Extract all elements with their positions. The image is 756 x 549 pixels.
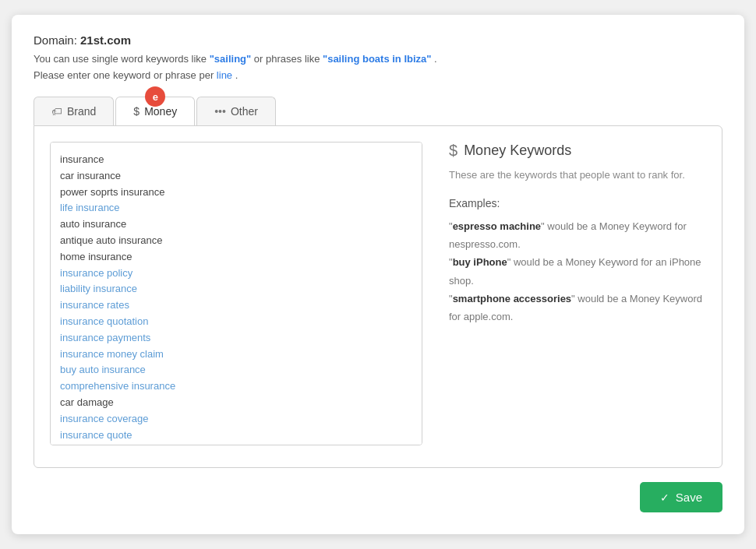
- instruction-line1: You can use single word keywords like "s…: [34, 53, 722, 65]
- save-button[interactable]: ✓ Save: [640, 482, 722, 512]
- instruction-example2: "sailing boats in Ibiza": [323, 53, 431, 65]
- example-line-3: "smartphone accessories" would be a Mone…: [449, 290, 706, 326]
- money-dollar-icon: $: [449, 142, 457, 160]
- instruction-line2-before: Please enter one keyword or phrase per: [34, 69, 217, 81]
- example1-highlight: espresso machine: [453, 220, 541, 232]
- badge-e: e: [145, 86, 165, 107]
- tab-money-label: Money: [144, 105, 177, 118]
- save-checkmark: ✓: [660, 491, 669, 504]
- instruction-text-after: .: [434, 53, 437, 65]
- instruction-text-before: You can use single word keywords like: [34, 53, 210, 65]
- example-line-2: "buy iPhone" would be a Money Keyword fo…: [449, 253, 706, 290]
- example3-highlight: smartphone accessories: [453, 293, 571, 304]
- info-title: $ Money Keywords: [449, 142, 706, 160]
- tabs-wrapper: 🏷 Brand e $ Money ••• Other: [34, 97, 722, 125]
- tab-other[interactable]: ••• Other: [196, 97, 276, 125]
- keywords-area: insurancecar insurancepower soprts insur…: [50, 142, 422, 452]
- domain-label: Domain:: [34, 33, 77, 47]
- tab-brand-label: Brand: [67, 105, 96, 118]
- content-panel: insurancecar insurancepower soprts insur…: [34, 125, 722, 468]
- domain-value: 21st.com: [80, 33, 131, 47]
- instruction-example1: "sailing": [210, 53, 252, 65]
- dollar-icon: $: [133, 105, 140, 118]
- tab-brand[interactable]: 🏷 Brand: [34, 97, 114, 125]
- domain-line: Domain: 21st.com: [34, 33, 722, 47]
- instruction-text-middle: or phrases like: [254, 53, 323, 65]
- footer-row: ✓ Save: [34, 482, 722, 512]
- keywords-display: insurancecar insurancepower soprts insur…: [50, 142, 422, 445]
- instruction-line2-link[interactable]: line: [217, 69, 232, 81]
- example2-highlight: buy iPhone: [453, 256, 507, 268]
- instruction-line2: Please enter one keyword or phrase per l…: [34, 69, 722, 81]
- tab-money[interactable]: e $ Money: [115, 97, 195, 125]
- examples-label: Examples:: [449, 197, 706, 209]
- save-label: Save: [676, 491, 702, 504]
- info-panel: $ Money Keywords These are the keywords …: [441, 142, 706, 452]
- main-container: Domain: 21st.com You can use single word…: [12, 15, 744, 534]
- tab-other-label: Other: [231, 105, 258, 118]
- dots-icon: •••: [214, 105, 226, 118]
- info-title-text: Money Keywords: [464, 143, 571, 159]
- tag-icon: 🏷: [51, 105, 62, 118]
- info-description: These are the keywords that people want …: [449, 167, 706, 183]
- instruction-line2-after: .: [235, 69, 238, 81]
- example-line-1: "espresso machine" would be a Money Keyw…: [449, 217, 706, 254]
